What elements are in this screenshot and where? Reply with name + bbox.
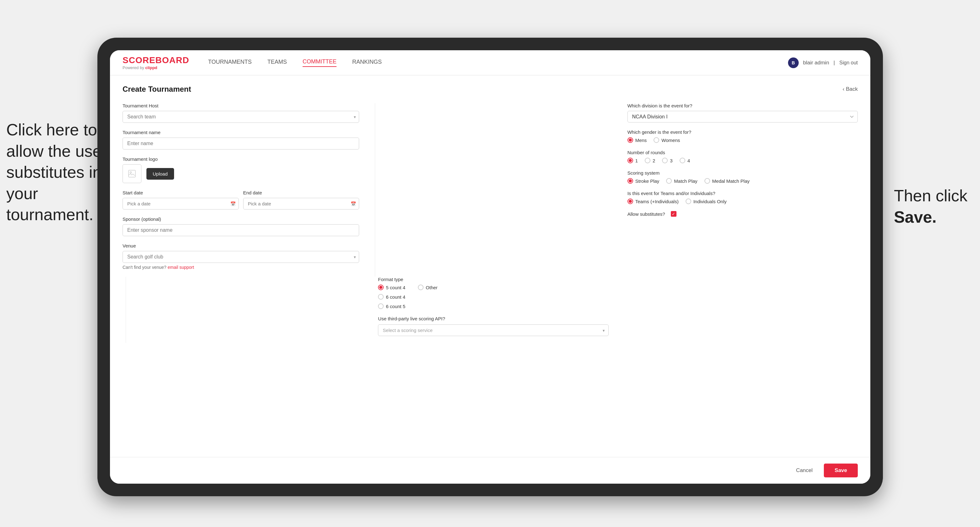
format-5count4-label: 5 count 4 [386,285,405,290]
logo-scoreboard-red: SCOREBOARD [123,55,189,65]
form-footer: Cancel Save [110,457,870,484]
format-options: 5 count 4 Other 6 count 4 [378,284,608,309]
end-date-icon: 📅 [351,201,356,206]
venue-help-text: Can't find your venue? [123,265,167,270]
logo-area: SCOREBOARD Powered by clippd [123,55,189,70]
rounds-1[interactable]: 1 [627,158,638,163]
rounds-1-label: 1 [635,158,638,163]
scoring-medal-radio[interactable] [705,178,710,184]
rounds-3[interactable]: 3 [662,158,672,163]
rounds-2-label: 2 [652,158,655,163]
rounds-1-radio[interactable] [627,158,633,163]
annotation-line4: tournament. [6,205,94,224]
format-label: Format type [378,277,608,282]
gender-womens-radio[interactable] [654,137,659,143]
tournament-name-input[interactable] [123,138,359,149]
format-row-1: 5 count 4 Other [378,284,608,290]
venue-select-arrow: ▾ [354,255,356,259]
rounds-4[interactable]: 4 [679,158,690,163]
event-individuals-radio[interactable] [686,198,691,204]
event-teams-radio[interactable] [627,198,633,204]
tournament-host-group: Tournament Host ▾ [123,103,359,123]
event-for-radio-group: Teams (+Individuals) Individuals Only [627,198,858,204]
gender-mens-label: Mens [635,138,647,143]
gender-label: Which gender is the event for? [627,129,858,135]
tablet-screen: SCOREBOARD Powered by clippd TOURNAMENTS… [110,50,870,484]
venue-input[interactable] [123,251,359,263]
venue-group: Venue ▾ Can't find your venue? email sup… [123,243,359,270]
nav-rankings[interactable]: RANKINGS [352,59,382,67]
user-name: blair admin [803,60,829,66]
format-6count4-radio[interactable] [378,294,383,300]
svg-rect-2 [129,170,135,177]
scoring-stroke-radio[interactable] [627,178,633,184]
division-select[interactable]: NCAA Division I [627,111,858,122]
format-5count4[interactable]: 5 count 4 [378,284,405,290]
substitutes-item[interactable]: Allow substitutes? ✓ [627,211,858,217]
save-button[interactable]: Save [824,464,858,477]
end-date-wrap: 📅 [243,198,360,210]
gender-mens[interactable]: Mens [627,137,647,143]
gender-radio-group: Mens Womens [627,137,858,143]
start-date-wrap: 📅 [123,198,239,210]
image-icon [128,170,136,178]
logo-upload-area: Upload [123,164,359,183]
format-other[interactable]: Other [418,284,438,290]
api-label: Use third-party live scoring API? [378,316,608,321]
back-link[interactable]: ‹ Back [843,86,858,92]
rounds-radio-group: 1 2 3 4 [627,158,858,163]
nav-tournaments[interactable]: TOURNAMENTS [208,59,252,67]
scoring-service-select[interactable]: Select a scoring service [378,324,608,336]
scoring-medal-label: Medal Match Play [712,178,750,184]
venue-label: Venue [123,243,359,248]
nav-separator: | [834,60,835,66]
rounds-3-label: 3 [670,158,672,163]
tournament-host-input[interactable] [123,111,359,123]
logo-placeholder [123,164,142,183]
api-group: Use third-party live scoring API? Select… [378,316,608,336]
host-select-arrow: ▾ [354,114,356,119]
rounds-2-radio[interactable] [645,158,651,163]
event-individuals[interactable]: Individuals Only [686,198,727,204]
format-6count4[interactable]: 6 count 4 [378,294,608,300]
cancel-button[interactable]: Cancel [790,464,819,477]
scoring-match[interactable]: Match Play [666,178,697,184]
format-5count4-radio[interactable] [378,284,383,290]
nav-links: TOURNAMENTS TEAMS COMMITTEE RANKINGS [208,59,788,67]
gender-mens-radio[interactable] [627,137,633,143]
division-label: Which division is the event for? [627,103,858,108]
page-header: Create Tournament ‹ Back [123,85,858,94]
user-avatar: B [788,57,799,68]
tournament-host-label: Tournament Host [123,103,359,108]
annotation-right-line1: Then click [894,187,967,205]
tournament-name-label: Tournament name [123,130,359,135]
scoring-stroke-label: Stroke Play [635,178,660,184]
venue-help-link[interactable]: email support [168,265,194,270]
sponsor-input[interactable] [123,224,359,236]
end-date-input[interactable] [243,198,360,210]
event-teams[interactable]: Teams (+Individuals) [627,198,679,204]
format-6count5[interactable]: 6 count 5 [378,303,608,309]
rounds-2[interactable]: 2 [645,158,655,163]
annotation-line3: substitutes in your [6,163,102,203]
format-6count5-radio[interactable] [378,303,383,309]
upload-button[interactable]: Upload [146,168,174,179]
gender-womens[interactable]: Womens [654,137,680,143]
format-other-radio[interactable] [418,284,423,290]
scoring-stroke[interactable]: Stroke Play [627,178,660,184]
nav-committee[interactable]: COMMITTEE [302,59,337,67]
form-grid: Tournament Host ▾ Tournament name Tourna… [123,103,858,343]
substitutes-checkbox[interactable]: ✓ [671,211,676,217]
scoring-match-radio[interactable] [666,178,672,184]
start-date-input[interactable] [123,198,239,210]
scoring-select-wrap: Select a scoring service ▾ [378,324,608,336]
rounds-3-radio[interactable] [662,158,668,163]
scoring-medal[interactable]: Medal Match Play [705,178,750,184]
nav-teams[interactable]: TEAMS [267,59,287,67]
start-date-label: Start date [123,190,239,195]
sign-out-link[interactable]: Sign out [839,60,858,66]
substitutes-label: Allow substitutes? [627,211,665,217]
form-col1: Tournament Host ▾ Tournament name Tourna… [123,103,359,277]
rounds-4-radio[interactable] [679,158,685,163]
event-individuals-label: Individuals Only [694,199,727,204]
